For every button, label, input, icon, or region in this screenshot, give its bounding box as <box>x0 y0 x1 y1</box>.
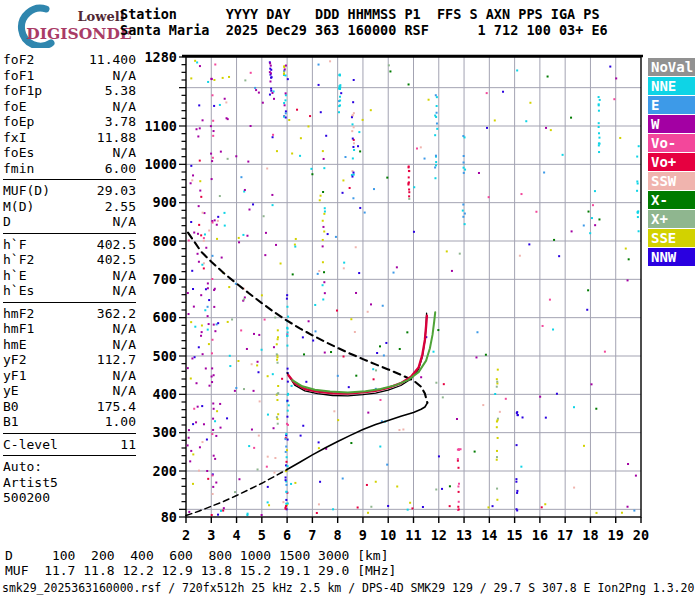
echo-dot <box>211 278 213 280</box>
param-value: 6.00 <box>105 161 136 177</box>
param-value: N/A <box>113 321 136 337</box>
echo-dot <box>191 270 193 272</box>
echo-dot <box>266 466 268 468</box>
echo-dot <box>307 125 309 127</box>
digisonde-ionogram-window: { "logo": { "top": "Lowell", "bottom": "… <box>0 0 700 600</box>
echo-dot <box>339 96 341 98</box>
echo-dot <box>210 78 212 80</box>
legend-item-vo: Vo+ <box>648 153 695 171</box>
echo-dot <box>318 84 320 86</box>
param-value: 11 <box>120 437 136 453</box>
echo-dot <box>539 396 541 398</box>
echo-dot <box>204 309 206 311</box>
echo-dot <box>627 279 629 281</box>
echo-dot <box>386 177 388 179</box>
echo-dot <box>213 455 215 457</box>
echo-dot <box>528 243 530 245</box>
echo-dot <box>586 309 588 311</box>
echo-dot <box>215 435 217 437</box>
echo-dot <box>201 441 203 443</box>
echo-dot <box>237 360 239 362</box>
echo-dot <box>516 509 518 511</box>
echo-dot <box>257 468 259 470</box>
echo-dot <box>422 506 424 508</box>
param-value: 3.78 <box>105 114 136 130</box>
echo-dot <box>220 510 222 512</box>
echo-dot <box>276 356 278 358</box>
echo-dot <box>205 288 207 290</box>
echo-color-legend: NoValNNEEWVo-Vo+SSWX-X+SSENNW <box>648 58 695 267</box>
echo-dot <box>274 317 276 319</box>
echo-dot <box>211 339 213 341</box>
param-row-artist5: Artist5 <box>3 475 136 491</box>
echo-dot <box>208 323 210 325</box>
echo-dot <box>264 319 266 321</box>
echo-dot <box>212 94 214 96</box>
echo-dot <box>287 368 289 370</box>
echo-dot <box>342 192 344 194</box>
echo-dot <box>435 488 437 490</box>
echo-dot <box>336 310 338 312</box>
echo-dot <box>287 410 289 412</box>
param-value: 402.5 <box>97 252 136 268</box>
echo-dot <box>274 457 276 459</box>
echo-dot <box>247 161 249 163</box>
echo-dot <box>379 446 381 448</box>
echo-dot <box>358 131 360 133</box>
param-value: N/A <box>113 214 136 230</box>
echo-dot <box>370 109 372 111</box>
echo-dot <box>208 343 210 345</box>
echo-dot <box>496 488 498 490</box>
echo-dot <box>318 441 320 443</box>
echo-dot <box>353 112 355 114</box>
param-label: foE <box>3 99 26 115</box>
echo-dot <box>338 87 340 89</box>
echo-dot <box>413 231 415 233</box>
param-row-hmf1: hmF1N/A <box>3 321 136 337</box>
echo-dot <box>271 92 273 94</box>
echo-dot <box>443 383 445 385</box>
y-axis-label: 300 <box>153 424 177 440</box>
echo-dot <box>235 387 237 389</box>
echo-dot <box>229 365 231 367</box>
echo-dot <box>386 464 388 466</box>
echo-dot <box>292 273 294 275</box>
echo-dot <box>316 512 318 514</box>
echo-dot <box>367 412 369 414</box>
echo-dot <box>499 411 501 413</box>
param-row-fof1p: foF1p5.38 <box>3 83 136 99</box>
echo-dot <box>350 318 352 320</box>
param-row-foe: foEN/A <box>3 99 136 115</box>
echo-dot <box>199 127 201 129</box>
param-row-fmin: fmin6.00 <box>3 161 136 177</box>
echo-dot <box>277 329 279 331</box>
y-axis-label: 900 <box>153 194 177 210</box>
echo-dot <box>335 236 337 238</box>
echo-dot <box>379 345 381 347</box>
echo-dot <box>211 255 213 257</box>
param-label: M(D) <box>3 199 34 215</box>
echo-dot <box>352 123 354 125</box>
echo-dot <box>258 92 260 94</box>
echo-dot <box>520 193 522 195</box>
echo-dot <box>194 356 196 358</box>
echo-dot <box>224 225 226 227</box>
echo-dot <box>474 451 476 453</box>
echo-dot <box>637 212 639 214</box>
echo-dot <box>592 204 594 206</box>
echo-dot <box>203 240 205 242</box>
echo-dot <box>190 321 192 323</box>
echo-dot <box>294 246 296 248</box>
echo-dot <box>244 296 246 298</box>
legend-item-sse: SSE <box>648 229 695 247</box>
param-label: hmF2 <box>3 306 34 322</box>
echo-dot <box>194 326 196 328</box>
echo-dot <box>517 414 519 416</box>
echo-dot <box>322 261 324 263</box>
echo-dot <box>416 148 418 150</box>
echo-dot <box>212 135 214 137</box>
echo-dot <box>228 286 230 288</box>
echo-dot <box>338 111 340 113</box>
echo-dot <box>206 439 208 441</box>
legend-item-w: W <box>648 115 695 133</box>
